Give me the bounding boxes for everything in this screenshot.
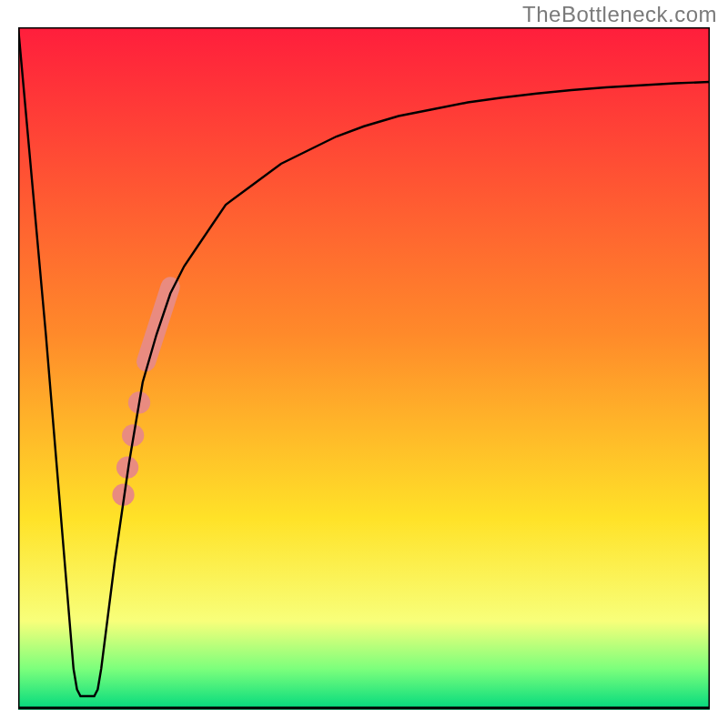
plot-area xyxy=(18,27,710,710)
chart-frame: TheBottleneck.com xyxy=(0,0,728,728)
bottleneck-chart xyxy=(18,27,710,710)
watermark-label: TheBottleneck.com xyxy=(522,2,717,27)
gradient-background xyxy=(18,27,710,710)
